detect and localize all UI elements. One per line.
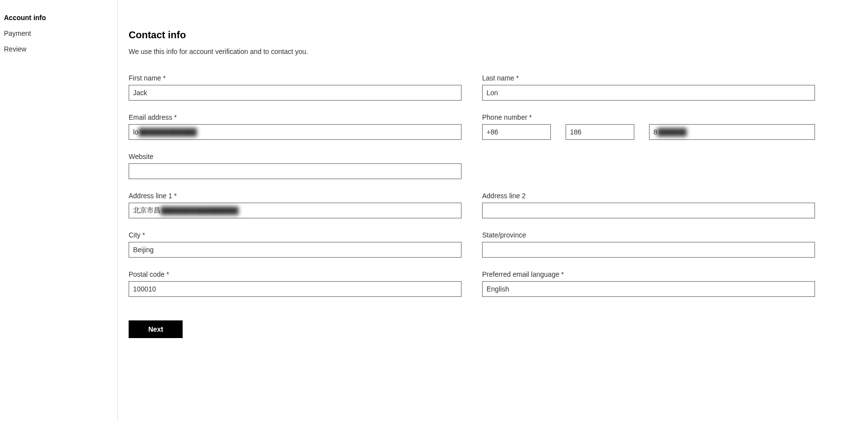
phone-prefix-input[interactable] — [566, 124, 634, 140]
first-name-input[interactable] — [129, 85, 461, 101]
email-value-visible: lo — [133, 128, 138, 136]
next-button[interactable]: Next — [129, 320, 183, 338]
first-name-label: First name * — [129, 74, 461, 82]
phone-label: Phone number * — [482, 113, 815, 121]
email-input[interactable]: lo████████████ — [129, 124, 461, 140]
section-title: Contact info — [129, 29, 868, 41]
sidebar-item-payment[interactable]: Payment — [4, 26, 117, 41]
phone-rest-redacted: ██████ — [657, 128, 687, 136]
website-input[interactable] — [129, 163, 461, 179]
email-label: Email address * — [129, 113, 461, 121]
address2-label: Address line 2 — [482, 192, 815, 200]
preferred-lang-label: Preferred email language * — [482, 270, 815, 278]
last-name-label: Last name * — [482, 74, 815, 82]
phone-country-input[interactable] — [482, 124, 551, 140]
preferred-lang-select[interactable] — [482, 281, 815, 297]
state-input[interactable] — [482, 242, 815, 258]
website-label: Website — [129, 153, 461, 160]
address1-redacted: ████████████████ — [161, 207, 239, 214]
sidebar: Account info Payment Review — [0, 0, 118, 421]
state-label: State/province — [482, 231, 815, 239]
email-value-redacted: ████████████ — [138, 128, 197, 136]
sidebar-item-account-info[interactable]: Account info — [4, 10, 117, 26]
address2-input[interactable] — [482, 203, 815, 218]
city-input[interactable] — [129, 242, 461, 258]
last-name-input[interactable] — [482, 85, 815, 101]
main-content: Contact info We use this info for accoun… — [118, 0, 868, 421]
postal-input[interactable] — [129, 281, 461, 297]
phone-rest-input[interactable]: 8██████ — [649, 124, 815, 140]
section-description: We use this info for account verificatio… — [129, 48, 868, 55]
phone-rest-visible: 8 — [653, 128, 657, 136]
city-label: City * — [129, 231, 461, 239]
address1-label: Address line 1 * — [129, 192, 461, 200]
sidebar-item-review[interactable]: Review — [4, 41, 117, 57]
contact-form: First name * Last name * Email address *… — [129, 74, 868, 310]
address1-visible: 北京市昌 — [133, 206, 161, 215]
postal-label: Postal code * — [129, 270, 461, 278]
address1-input[interactable]: 北京市昌████████████████ — [129, 203, 461, 218]
